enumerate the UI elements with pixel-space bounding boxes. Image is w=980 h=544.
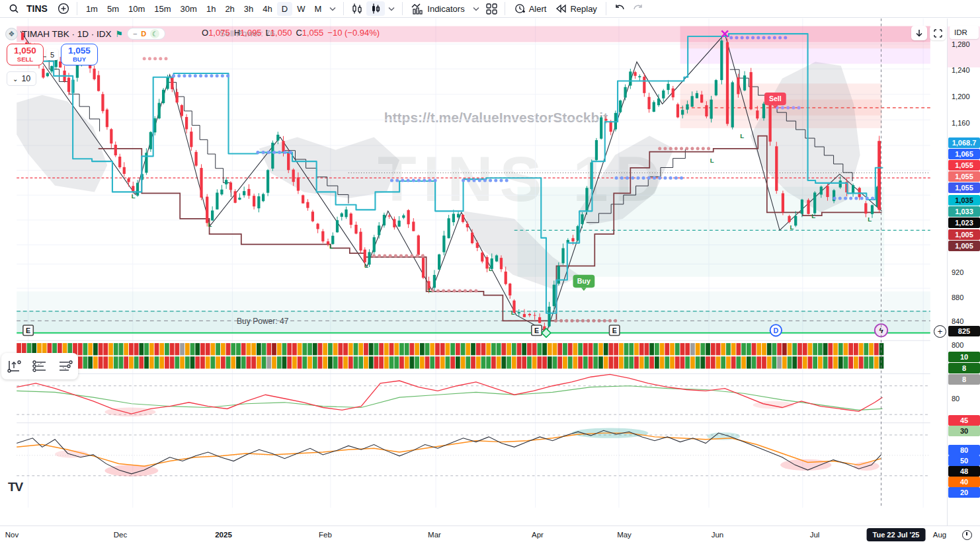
price-axis[interactable]: IDR 1,2801,2401,2001,160920880840800801,… (947, 19, 980, 525)
levels-desc-icon[interactable] (58, 358, 73, 374)
price-tag-label: 1,065 (948, 149, 980, 159)
add-order-plus-icon[interactable] (934, 325, 946, 338)
price-tag-label: 1,035 (948, 195, 980, 206)
undo-icon[interactable] (610, 1, 629, 16)
zigzag-line (20, 31, 881, 331)
svg-text:L: L (868, 215, 872, 223)
ohlc-readout: O1,075H1,095L1,050C1,055−10 (−0.94%) (202, 28, 384, 38)
price-tag-label: 1,055 (948, 171, 980, 182)
toolbar-divider (505, 2, 505, 15)
svg-text:L: L (208, 221, 212, 228)
chart-canvas[interactable]: LLLLLLLLLLLLSellBuyEEEDϟBuy Power: 47 (0, 19, 947, 525)
order-panel: 1,050 SELL 5 1,055 BUY (7, 44, 98, 65)
redo-icon[interactable] (629, 1, 647, 16)
price-grid-label: 1,280 (952, 40, 970, 50)
price-tag-label: 1,055 (948, 182, 980, 193)
price-tag-label: 48 (948, 466, 980, 477)
timeframe-10m[interactable]: 10m (124, 2, 149, 16)
alert-button[interactable]: Alert (509, 1, 551, 16)
candle-style-selected-icon[interactable] (366, 1, 385, 16)
oscillator-pane-lower (17, 428, 930, 476)
time-label-Nov: Nov (5, 531, 19, 539)
price-tag-label: 1,033 (948, 206, 980, 217)
sell-button[interactable]: 1,050 SELL (7, 44, 44, 65)
interval-badge: D (141, 30, 146, 38)
legend-symbol-title[interactable]: TIMAH TBK · 1D · IDX (22, 29, 112, 39)
chart-axes-icon[interactable] (6, 358, 22, 374)
time-label-2025: 2025 (215, 531, 232, 539)
add-symbol-icon[interactable] (54, 1, 73, 16)
price-grid-label: 840 (952, 317, 963, 327)
svg-text:L: L (790, 223, 794, 231)
timeframe-1m[interactable]: 1m (81, 2, 102, 16)
top-toolbar: TINS 1m5m10m15m30m1h2h3h4hDWM Indicators (0, 0, 980, 18)
svg-text:E: E (612, 327, 617, 334)
style-chevron-icon[interactable] (385, 1, 398, 16)
timeframe-group: 1m5m10m15m30m1h2h3h4hDWM (81, 2, 326, 16)
price-tag-label: 40 (948, 477, 980, 487)
price-tag-label: 1,005 (948, 229, 980, 240)
timeframe-5m[interactable]: 5m (102, 2, 124, 16)
price-grid-label: 80 (952, 394, 960, 404)
time-label-Apr: Apr (532, 531, 544, 539)
buy-power-label: Buy Power: 47 (237, 317, 289, 326)
price-tag-label: 8 (948, 374, 980, 385)
signal-dots (143, 36, 874, 322)
levels-asc-icon[interactable] (32, 358, 48, 374)
timeframe-1h[interactable]: 1h (202, 2, 220, 16)
price-tag-label: 50 (948, 455, 980, 466)
toolbar-divider (343, 2, 344, 15)
price-grid-label: 1,200 (952, 92, 970, 102)
moon-icon: ☾ (150, 29, 159, 38)
svg-text:Buy Power: 47: Buy Power: 47 (237, 317, 289, 326)
replay-icon (555, 4, 567, 13)
timeframe-M[interactable]: M (309, 2, 326, 16)
pane-toolbar (1, 353, 78, 379)
time-label-May: May (617, 531, 632, 539)
price-tag-label: 1,023 (948, 217, 980, 228)
change-value: −10 (−0.94%) (327, 28, 380, 38)
search-icon[interactable] (5, 1, 22, 16)
currency-label[interactable]: IDR (950, 26, 979, 39)
heatmap-strip (17, 343, 883, 369)
spread-value: 5 (46, 49, 58, 60)
replay-button[interactable]: Replay (551, 1, 601, 16)
timezone-clock-icon[interactable] (962, 530, 972, 540)
timeframe-4h[interactable]: 4h (258, 2, 276, 16)
timeframe-15m[interactable]: 15m (149, 2, 175, 16)
scroll-to-latest-button[interactable] (911, 26, 927, 40)
timeframe-30m[interactable]: 30m (176, 2, 202, 16)
timeframe-W[interactable]: W (292, 2, 309, 16)
timeframe-2h[interactable]: 2h (220, 2, 239, 16)
symbol-logo-icon: ❖ (5, 28, 18, 40)
price-tag-label: 10 (948, 352, 980, 362)
oscillator-pane-upper (17, 374, 930, 416)
indicators-button[interactable]: Indicators (407, 1, 469, 16)
symbol-search-button[interactable]: TINS (26, 3, 48, 14)
candle-style-icon[interactable] (348, 1, 366, 16)
minimize-icon[interactable]: – (133, 30, 137, 38)
tradingview-logo-icon[interactable]: TV (8, 480, 22, 494)
svg-text:E: E (534, 327, 539, 334)
quantity-dropdown[interactable]: ⌄ 10 (7, 71, 36, 86)
chart-pane[interactable]: https://t.me/ValueInvestorStockbit TINS … (0, 19, 947, 525)
time-label-Jul: Jul (810, 531, 820, 539)
time-axis[interactable]: Tue 22 Jul '25 NovDec2025FebMarAprMayJun… (0, 525, 980, 544)
buy-button[interactable]: 1,055 BUY (61, 44, 98, 65)
fullscreen-button[interactable] (930, 26, 946, 40)
svg-text:L: L (811, 212, 815, 219)
indicators-chevron-icon[interactable] (470, 1, 483, 16)
templates-grid-icon[interactable] (483, 1, 501, 16)
trading-app: TINS 1m5m10m15m30m1h2h3h4hDWM Indicators (0, 0, 980, 544)
time-label-Mar: Mar (428, 531, 441, 539)
timeframe-chevron-icon[interactable] (326, 1, 339, 16)
timeframe-3h[interactable]: 3h (239, 2, 258, 16)
timeframe-D[interactable]: D (277, 2, 292, 16)
price-tag-label: 1,055 (948, 160, 980, 171)
time-label-Jun: Jun (712, 531, 724, 539)
legend-row: ❖ TIMAH TBK · 1D · IDX ⚑ – D ☾ (5, 26, 165, 41)
flag-icon[interactable]: ⚑ (116, 29, 124, 39)
svg-text:L: L (364, 262, 368, 269)
svg-text:Buy: Buy (577, 277, 591, 285)
toolbar-divider (77, 2, 77, 15)
